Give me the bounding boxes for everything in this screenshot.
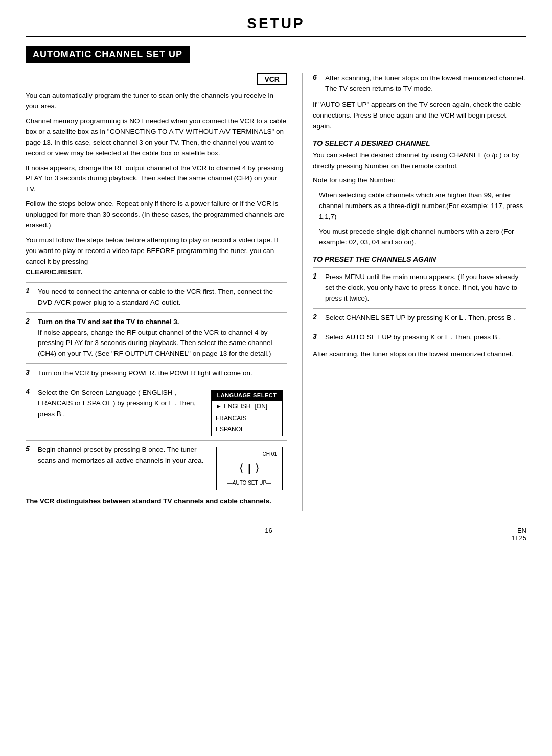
preset-step-3-num: 3 [313,332,321,340]
preset-step-3-text: Select AUTO SET UP by pressing K or L . … [325,332,526,343]
subsection1-note1: When selecting cable channels which are … [313,190,526,222]
step-2-block: 2 Turn on the TV and set the TV to chann… [26,312,287,360]
preset-step-2-text: Select CHANNEL SET UP by pressing K or L… [325,313,526,324]
language-select-box: LANGUAGE SELECT ► ENGLISH [ON] FRANCAIS … [211,390,283,436]
step-4-text: LANGUAGE SELECT ► ENGLISH [ON] FRANCAIS … [38,387,283,436]
subsection1-text1: You can select the desired channel by us… [313,150,526,172]
language-box-header: LANGUAGE SELECT [212,390,282,401]
step-3-block: 3 Turn on the VCR by pressing POWER. the… [26,363,287,379]
ch-label: CH 01 [219,450,280,459]
preset-step-3-block: 3 Select AUTO SET UP by pressing K or L … [313,328,526,343]
preset-step-1-text: Press MENU until the main menu appears. … [325,272,526,304]
step-6-num: 6 [313,73,321,95]
vcr-channels-note: The VCR distinguishes between standard T… [26,496,287,507]
intro-text-3: If noise appears, change the RF output c… [26,163,287,195]
clear-reset-label: CLEAR/C.RESET. [26,268,82,276]
right-arrow-icon: ⟩ [255,460,260,477]
step-1-text: You need to connect the antenna or cable… [38,287,287,308]
intro-text-5: You must follow the steps below before a… [26,235,287,278]
step-5-text: CH 01 ⟨ | ⟩ —AUTO SET UP— Begin channel … [38,445,283,490]
subsection1-note-header: Note for using the Number: [313,175,526,186]
footer-page-num: – 16 – [259,526,278,542]
subsection1-title: TO SELECT A DESIRED CHANNEL [313,139,526,147]
preset-step-2-block: 2 Select CHANNEL SET UP by pressing K or… [313,308,526,324]
step-2-text: Turn on the TV and set the TV to channel… [38,317,287,360]
auto-set-label: —AUTO SET UP— [219,479,280,487]
left-column: VCR You can automatically program the tu… [26,73,287,511]
step-5-block: 5 CH 01 ⟨ | ⟩ —AUTO SET UP— Begin channe… [26,440,287,490]
footer-code: EN 1L25 [512,526,526,542]
preset-step-1-block: 1 Press MENU until the main menu appears… [313,267,526,304]
auto-note: If "AUTO SET UP" appears on the TV scree… [313,100,526,132]
step-4-block: 4 LANGUAGE SELECT ► ENGLISH [ON] FRANCAI… [26,383,287,436]
subsection1-note2: You must precede single-digit channel nu… [313,226,526,248]
step-2-num: 2 [26,317,34,325]
step-1-num: 1 [26,287,34,295]
ch-display-box: CH 01 ⟨ | ⟩ —AUTO SET UP— [216,447,283,490]
section-header: AUTOMATIC CHANNEL SET UP [26,46,190,63]
right-column: 6 After scanning, the tuner stops on the… [302,73,526,511]
page-footer: – 16 – EN 1L25 [26,526,526,542]
page-title: SETUP [26,15,526,37]
left-arrow-icon: ⟨ [239,460,244,477]
intro-text-1: You can automatically program the tuner … [26,90,287,112]
language-francais: FRANCAIS [212,413,282,424]
after-scan-note: After scanning, the tuner stops on the l… [313,349,526,360]
language-espanol: ESPAÑOL [212,424,282,436]
preset-step-2-num: 2 [313,313,321,321]
step-4-num: 4 [26,387,34,396]
vertical-line: | [248,460,251,477]
step-3-num: 3 [26,368,34,376]
step-3-text: Turn on the VCR by pressing POWER. the P… [38,368,287,379]
intro-text-2: Channel memory programming is NOT needed… [26,116,287,159]
preset-step-1-num: 1 [313,272,321,280]
arrow-display: ⟨ | ⟩ [219,460,280,477]
vcr-badge: VCR [257,73,287,85]
step-6-block: 6 After scanning, the tuner stops on the… [313,73,526,95]
intro-text-4: Follow the steps below once. Repeat only… [26,199,287,231]
language-english: ► ENGLISH [ON] [212,401,282,413]
step-5-num: 5 [26,445,34,453]
subsection2-title: TO PRESET THE CHANNELS AGAIN [313,255,526,263]
step-1-block: 1 You need to connect the antenna or cab… [26,282,287,308]
step-6-text: After scanning, the tuner stops on the l… [325,73,526,95]
